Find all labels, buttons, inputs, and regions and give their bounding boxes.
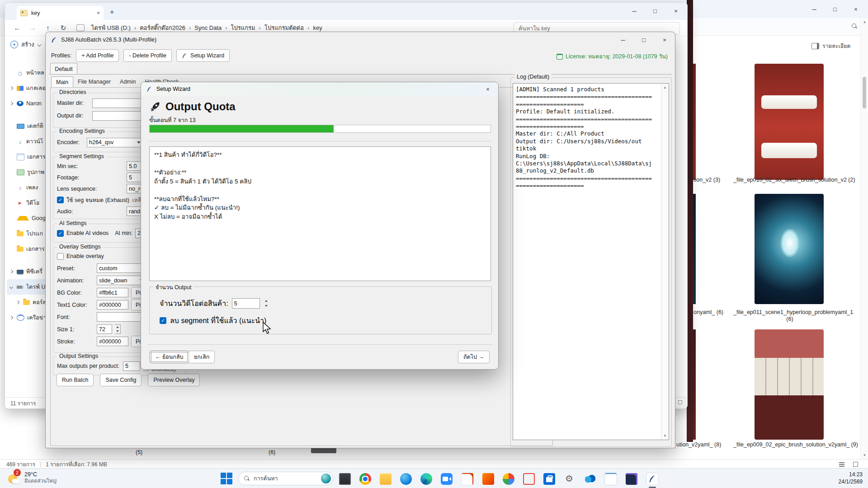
chevron-right-icon[interactable] (16, 300, 20, 304)
notes-icon[interactable] (604, 473, 617, 485)
size1-input[interactable]: 72 (97, 324, 112, 334)
list-view-icon[interactable] (838, 461, 845, 467)
chevron-right-icon[interactable] (9, 102, 14, 105)
tab-admin[interactable]: Admin (115, 76, 140, 87)
spinner[interactable] (264, 298, 269, 309)
file-thumbnail-tooth-xray[interactable] (755, 194, 824, 304)
spinner[interactable] (115, 324, 121, 334)
bg-color-input[interactable]: #ffb6c1 (97, 288, 128, 297)
thumbnail-view-icon[interactable] (852, 461, 859, 467)
forward-icon[interactable]: → (25, 21, 40, 35)
laptop-icon[interactable] (339, 473, 351, 485)
log-scrollbar[interactable]: ▲ ▼ (661, 84, 669, 440)
scroll-up-icon[interactable]: ▲ (661, 84, 669, 91)
chrome-icon[interactable] (359, 473, 371, 485)
details-pane-button[interactable]: รายละเอียด (811, 42, 851, 51)
onedrive-icon[interactable] (584, 473, 596, 485)
back-button[interactable]: ← ย้อนกลับ (150, 351, 189, 363)
breadcrumb-item[interactable]: key (310, 23, 325, 33)
scroll-down-icon[interactable]: ▼ (661, 432, 669, 440)
file-thumbnail-teeth-macro[interactable] (755, 329, 824, 440)
profile-tab-default[interactable]: Default (50, 63, 77, 75)
store-icon[interactable] (543, 473, 555, 485)
close-icon[interactable]: × (665, 3, 686, 19)
file-name[interactable]: _file_ep009_02_epic_brush_solution_v2yam… (733, 441, 846, 448)
back-icon[interactable]: ← (9, 21, 25, 35)
zoom-icon[interactable] (441, 473, 453, 485)
scroll-up-icon[interactable]: ▲ (861, 18, 868, 26)
max-outputs-input[interactable]: 5 (123, 361, 140, 371)
scrollbar-thumb[interactable] (863, 77, 866, 108)
delete-profile-button[interactable]: - Delete Profile (123, 49, 172, 62)
add-profile-button[interactable]: + Add Profile (76, 49, 119, 62)
chevron-right-icon[interactable] (9, 86, 14, 90)
close-icon[interactable]: × (477, 82, 498, 96)
save-config-button[interactable]: Save Config (100, 374, 142, 386)
skype-icon[interactable] (400, 473, 412, 485)
minimize-icon[interactable]: ─ (613, 32, 633, 47)
thumbnail-view-icon[interactable] (677, 399, 683, 404)
autodesk-icon[interactable] (482, 473, 494, 485)
explorer-tab-key[interactable]: key × (17, 6, 104, 20)
delete-segment-checkbox[interactable]: ✓ (160, 317, 166, 324)
sidebar-item-videos[interactable]: วิดีโอ (7, 195, 50, 211)
encoder-dropdown[interactable]: h264_qsv (87, 138, 145, 147)
file-name-fragment[interactable]: onyaml_ (6) (693, 309, 723, 315)
sidebar-item-home[interactable]: หน้าหล (7, 65, 50, 80)
taskbar-search[interactable]: การค้นหา (238, 472, 333, 485)
sidebar-item-programs[interactable]: โปรแก (7, 226, 50, 241)
enable-ai-checkbox[interactable]: ✓ (57, 230, 64, 237)
scrollbar[interactable]: ▲ ▼ (860, 18, 868, 459)
sidebar-item-pictures[interactable]: รูปภาพ (7, 164, 50, 180)
maximize-icon[interactable]: □ (825, 1, 845, 17)
run-batch-button[interactable]: Run Batch (57, 374, 94, 386)
setup-wizard-button[interactable]: Setup Wizard (176, 49, 230, 62)
tab-file-manager[interactable]: File Manager (73, 76, 115, 87)
minimize-icon[interactable]: ─ (624, 3, 645, 19)
close-icon[interactable]: × (845, 1, 866, 17)
sidebar-item-course-folder[interactable]: คอร์ส (7, 295, 50, 310)
sidebar-item-this-pc[interactable]: พีซีเครื่ (7, 264, 50, 279)
preview-overlay-button[interactable]: Preview Overlay (148, 374, 200, 386)
chevron-right-icon[interactable] (9, 270, 14, 273)
text1-color-input[interactable]: #000000 (97, 300, 128, 310)
maximize-icon[interactable]: □ (633, 32, 654, 47)
next-button[interactable]: ถัดไป → (458, 351, 490, 363)
settings-icon[interactable] (564, 473, 576, 485)
sidebar-item-network[interactable]: เครือข่า (7, 310, 50, 325)
edge-icon[interactable] (420, 473, 432, 485)
sj88-icon[interactable] (646, 473, 659, 485)
exhaust-checkbox[interactable]: ✓ (57, 197, 64, 203)
new-tab-icon[interactable]: + (110, 8, 114, 16)
chevron-right-icon[interactable] (9, 316, 14, 319)
stroke-input[interactable]: #000000 (97, 337, 128, 346)
sidebar-item-onedrive-naron[interactable]: Naron (7, 96, 50, 111)
file-name-fragment[interactable]: ution_v2yaml_ (8) (676, 441, 721, 448)
new-button[interactable]: + สร้าง (10, 40, 42, 49)
sidebar-item-desktop[interactable]: เดสก์ท็ (7, 118, 50, 134)
file-name-fragment[interactable]: (6) (269, 449, 275, 455)
sidebar-item-google-drive[interactable]: Goog (7, 211, 50, 226)
file-thumbnail-teeth-open-mouth[interactable] (755, 64, 824, 180)
file-name-fragment[interactable]: (5) (136, 449, 142, 455)
cancel-button[interactable]: ยกเลิก (189, 351, 215, 363)
photos-icon[interactable] (503, 473, 514, 485)
start-button[interactable] (221, 473, 232, 484)
sidebar-item-gallery[interactable]: แกลเลอ (7, 80, 50, 96)
log-output[interactable]: [ADMIN] Scanned 1 products =============… (513, 83, 669, 440)
gmail-icon[interactable] (523, 473, 535, 485)
file-name-fragment[interactable]: tion_v2 (3) (693, 177, 720, 183)
sidebar-item-downloads[interactable]: ดาวน์โ (7, 134, 50, 149)
clock[interactable]: 14:23 24/1/2569 (839, 471, 863, 485)
tab-main[interactable]: Main (51, 76, 73, 87)
minimize-icon[interactable]: ─ (804, 1, 825, 17)
tab-close-icon[interactable]: × (97, 10, 100, 16)
word-icon[interactable] (461, 473, 474, 485)
weather-widget[interactable]: 2 29°C มีแดดส่วนใหญ่ (7, 471, 57, 484)
maximize-icon[interactable]: □ (645, 3, 665, 19)
file-name[interactable]: _file_ep011_scene1_hyperloop_problemyaml… (733, 309, 846, 323)
file-explorer-icon[interactable] (380, 473, 392, 485)
chevron-down-icon[interactable] (9, 285, 14, 289)
per-product-input[interactable]: 5 (232, 298, 260, 309)
search-icon[interactable] (852, 23, 857, 29)
